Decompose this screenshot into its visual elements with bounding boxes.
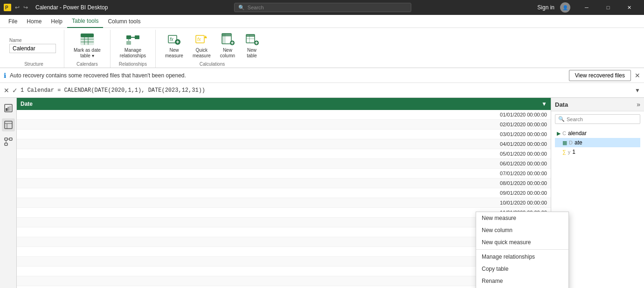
right-panel-header: Data » (551, 98, 644, 111)
table-row[interactable]: 15/01/2020 00:00:00 (17, 247, 551, 257)
ctx-new-column[interactable]: New column (476, 224, 568, 236)
data-search-box[interactable]: 🔍 (555, 114, 640, 124)
new-measure-button[interactable]: fx Newmeasure (161, 30, 187, 61)
formula-cancel-icon[interactable]: ✕ (4, 87, 9, 94)
svg-rect-36 (9, 106, 11, 111)
user-avatar[interactable]: 👤 (560, 2, 570, 13)
table-row[interactable]: 06/01/2020 00:00:00 (17, 159, 551, 169)
tree-column-prefix: D (569, 140, 573, 145)
app-title: Calendar - Power BI Desktop (35, 4, 108, 11)
name-input[interactable] (9, 44, 56, 53)
tree-column-date-label: ate (575, 139, 582, 146)
recovery-message: Auto recovery contains some recovered fi… (10, 72, 186, 79)
data-table-container: Date ▼ 01/01/2020 00:00:0002/01/2020 00:… (17, 98, 551, 288)
structure-section-label: Structure (9, 61, 58, 68)
new-table-button[interactable]: Newtable (241, 30, 263, 61)
mark-as-date-table-button[interactable]: Mark as datetable ▾ (70, 30, 104, 61)
ctx-rename[interactable]: Rename (476, 275, 568, 287)
sort-icon: ▼ (541, 101, 547, 107)
formula-confirm-icon[interactable]: ✓ (12, 87, 18, 94)
table-row[interactable]: 18/01/2020 00:00:00 (17, 276, 551, 286)
ctx-copy-table[interactable]: Copy table (476, 263, 568, 275)
model-view-icon[interactable] (2, 135, 15, 148)
calculations-section-label: Calculations (161, 61, 263, 68)
data-search-input[interactable] (567, 117, 637, 122)
table-row[interactable]: 11/01/2020 00:00:00 (17, 208, 551, 218)
tree-table-prefix: C (562, 130, 566, 136)
restore-button[interactable]: □ (597, 0, 619, 15)
menu-bar: File Home Help Table tools Column tools (0, 15, 644, 28)
close-button[interactable]: ✕ (619, 0, 640, 15)
svg-rect-35 (7, 107, 9, 111)
formula-expand-icon[interactable]: ▼ (635, 87, 640, 94)
date-cell: 11/01/2020 00:00:00 (17, 208, 551, 218)
table-row[interactable]: 02/01/2020 00:00:00 (17, 120, 551, 130)
menu-help[interactable]: Help (46, 15, 67, 28)
menu-column-tools[interactable]: Column tools (103, 15, 145, 28)
ctx-manage-relationships[interactable]: Manage relationships (476, 251, 568, 263)
expand-panel-icon[interactable]: » (637, 101, 640, 108)
view-recovered-files-button[interactable]: View recovered files (569, 70, 631, 81)
recovery-info-icon: ℹ (4, 72, 6, 79)
left-sidebar (0, 98, 17, 288)
tree-table-calendar[interactable]: ▶ Calendar (555, 129, 640, 138)
date-cell: 15/01/2020 00:00:00 (17, 247, 551, 257)
svg-rect-27 (246, 34, 255, 37)
tree-measure-prefix: y (568, 149, 571, 155)
table-row[interactable]: 08/01/2020 00:00:00 (17, 178, 551, 188)
tree-table-icon: ▶ (557, 130, 561, 137)
data-view-icon[interactable] (2, 118, 15, 131)
menu-table-tools[interactable]: Table tools (67, 15, 103, 28)
report-view-icon[interactable] (2, 102, 15, 115)
table-row[interactable]: 07/01/2020 00:00:00 (17, 169, 551, 178)
table-row[interactable]: 13/01/2020 00:00:00 (17, 227, 551, 237)
undo-icon[interactable]: ↩ (15, 4, 20, 11)
date-cell: 14/01/2020 00:00:00 (17, 237, 551, 247)
table-row[interactable]: 04/01/2020 00:00:00 (17, 139, 551, 149)
ctx-new-quick-measure[interactable]: New quick measure (476, 236, 568, 248)
signin-label[interactable]: Sign in (537, 4, 554, 11)
redo-icon[interactable]: ↪ (23, 4, 28, 11)
ribbon-structure-section: Name Structure (4, 30, 64, 68)
table-row[interactable]: 17/01/2020 00:00:00 (17, 267, 551, 276)
new-table-label: Newtable (247, 48, 257, 59)
table-row[interactable]: 05/01/2020 00:00:00 (17, 149, 551, 159)
date-column-header[interactable]: Date ▼ (17, 98, 551, 110)
calendars-section-label: Calendars (70, 61, 104, 68)
manage-relationships-icon (125, 32, 140, 47)
svg-text:P: P (5, 5, 8, 10)
table-row[interactable]: 10/01/2020 00:00:00 (17, 198, 551, 208)
ribbon: Name Structure Mark as datetable ▾ (0, 28, 644, 68)
tree-column-date[interactable]: ▦ Date (555, 138, 640, 147)
date-cell: 03/01/2020 00:00:00 (17, 130, 551, 139)
search-icon: 🔍 (238, 5, 245, 11)
table-row[interactable]: 01/01/2020 00:00:00 (17, 110, 551, 120)
table-row[interactable]: 14/01/2020 00:00:00 (17, 237, 551, 247)
close-recovery-icon[interactable]: ✕ (635, 72, 640, 79)
manage-relationships-button[interactable]: Managerelationships (116, 30, 150, 61)
ctx-new-measure[interactable]: New measure (476, 212, 568, 224)
date-cell: 16/01/2020 00:00:00 (17, 257, 551, 267)
date-cell: 04/01/2020 00:00:00 (17, 139, 551, 149)
tree-measure-y1[interactable]: ∑ y1 (555, 147, 640, 157)
manage-relationships-label: Managerelationships (120, 48, 146, 59)
quick-measure-label: Quickmeasure (193, 48, 211, 59)
quick-measure-button[interactable]: fx Quickmeasure (189, 30, 215, 61)
svg-rect-8 (126, 35, 131, 39)
ctx-separator-1 (476, 249, 568, 250)
global-search-bar[interactable]: 🔍 Search (234, 3, 411, 12)
new-column-button[interactable]: Newcolumn (216, 30, 239, 61)
svg-text:fx: fx (197, 37, 201, 42)
svg-rect-37 (5, 121, 12, 129)
ribbon-calendars-section: Mark as datetable ▾ Calendars (64, 30, 111, 68)
formula-bar: ✕ ✓ 1 Calendar = CALENDAR(DATE(2020,1,1)… (0, 83, 644, 98)
table-row[interactable]: 12/01/2020 00:00:00 (17, 218, 551, 227)
menu-file[interactable]: File (4, 15, 22, 28)
minimize-button[interactable]: ─ (576, 0, 597, 15)
date-cell: 17/01/2020 00:00:00 (17, 267, 551, 276)
table-row[interactable]: 09/01/2020 00:00:00 (17, 188, 551, 198)
table-row[interactable]: 03/01/2020 00:00:00 (17, 130, 551, 139)
main-content: Date ▼ 01/01/2020 00:00:0002/01/2020 00:… (0, 98, 644, 288)
table-row[interactable]: 16/01/2020 00:00:00 (17, 257, 551, 267)
menu-home[interactable]: Home (22, 15, 46, 28)
